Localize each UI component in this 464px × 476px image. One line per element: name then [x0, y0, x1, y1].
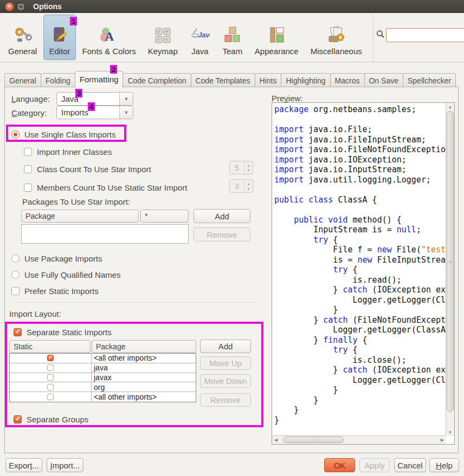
- radio-use-package-imports[interactable]: Use Package Imports: [11, 252, 102, 264]
- papers-gear-icon: [326, 25, 346, 45]
- checkbox-separate-static-imports[interactable]: Separate Static Imports: [14, 326, 112, 338]
- spinner-arrows-icon[interactable]: ▲▼: [244, 180, 253, 192]
- checkbox-icon[interactable]: [14, 328, 22, 336]
- package-column-header[interactable]: Package: [21, 210, 139, 223]
- tab-macros[interactable]: Macros: [330, 73, 365, 87]
- tab-on-save[interactable]: On Save: [364, 73, 403, 87]
- options-dialog: ✕ Options GeneralEditorAFonts & ColorsQW…: [0, 0, 464, 476]
- help-button[interactable]: Help: [429, 458, 459, 472]
- checkbox-import-inner-classes[interactable]: Import Inner Classes: [24, 146, 112, 158]
- radio-icon[interactable]: [11, 255, 20, 263]
- radio-label: Use Single Class Imports: [24, 130, 115, 139]
- tab-highlighting[interactable]: Highlighting: [281, 73, 330, 87]
- layout-static-column-header[interactable]: Static: [9, 340, 91, 353]
- layout-remove-button[interactable]: Remove: [200, 393, 251, 407]
- import-layout-row[interactable]: javax: [10, 373, 196, 383]
- layout-move-up-button[interactable]: Move Up: [200, 356, 251, 370]
- members-count-spinner[interactable]: 3 ▲▼: [229, 179, 253, 193]
- toolbar-category-general[interactable]: General: [3, 15, 42, 60]
- checkbox-icon[interactable]: [47, 355, 54, 361]
- svg-text:S: S: [165, 38, 167, 41]
- window-close-icon[interactable]: ✕: [5, 2, 14, 11]
- checkbox-class-count-star-import[interactable]: Class Count To Use Star Import: [24, 163, 151, 175]
- cancel-button[interactable]: Cancel: [394, 458, 426, 472]
- fonts-colors-icon: A: [99, 25, 119, 45]
- star-column-header[interactable]: *: [140, 210, 189, 223]
- import-button[interactable]: Import...: [47, 458, 83, 472]
- checkbox-icon[interactable]: [47, 384, 54, 390]
- header-label: Static: [14, 342, 33, 351]
- window-restore-icon[interactable]: [16, 2, 25, 11]
- radio-icon[interactable]: [11, 271, 20, 279]
- tab-general[interactable]: General: [4, 73, 41, 87]
- toolbar-category-team[interactable]: Team: [217, 15, 248, 60]
- toolbar-category-keymap[interactable]: QWASKeymap: [143, 15, 183, 60]
- horizontal-scrollbar[interactable]: ◀ ··· ▶: [272, 435, 446, 444]
- checkbox-icon[interactable]: [11, 287, 20, 295]
- code-line: } catch (IOException ex) {: [274, 365, 446, 375]
- checkbox-members-count-static-star[interactable]: Members Count To Use Static Star Import: [24, 181, 187, 193]
- class-count-spinner[interactable]: 5 ▲▼: [229, 161, 253, 174]
- tab-code-templates[interactable]: Code Templates: [191, 73, 255, 87]
- scroll-left-icon[interactable]: ◀: [272, 436, 280, 444]
- toolbar-category-label: Team: [222, 47, 242, 56]
- tab-folding[interactable]: Folding: [41, 73, 75, 87]
- code-line: Logger.getLogger(ClassA.class.getName()): [274, 325, 446, 335]
- spinner-arrows-icon[interactable]: ▲▼: [244, 161, 253, 174]
- checkbox-icon[interactable]: [47, 364, 54, 371]
- checkbox-icon[interactable]: [24, 165, 32, 173]
- import-layout-row[interactable]: <all other imports>: [10, 354, 196, 363]
- vertical-scroll-thumb[interactable]: ≡: [447, 111, 454, 412]
- search-input[interactable]: [386, 28, 464, 42]
- checkbox-icon[interactable]: [47, 374, 54, 381]
- category-combobox[interactable]: Imports ▼: [56, 106, 133, 119]
- checkbox-icon[interactable]: [14, 415, 22, 423]
- vertical-scrollbar[interactable]: ▲ ≡ ▼: [446, 103, 454, 436]
- language-combobox[interactable]: Java ▼: [56, 92, 133, 106]
- code-line: try {: [274, 235, 446, 245]
- import-layout-row[interactable]: java: [10, 363, 196, 373]
- separator: [11, 302, 256, 303]
- radio-icon[interactable]: [11, 131, 20, 139]
- checkbox-icon[interactable]: [24, 184, 32, 192]
- import-layout-table[interactable]: <all other imports>javajavaxorg<all othe…: [9, 353, 196, 402]
- scroll-up-icon[interactable]: ▲: [446, 103, 454, 110]
- import-layout-row[interactable]: <all other imports>: [10, 392, 196, 402]
- import-layout-row[interactable]: org: [10, 382, 196, 392]
- horizontal-scroll-thumb[interactable]: ···: [283, 436, 344, 443]
- toolbar-categories: GeneralEditorAFonts & ColorsQWASKeymapJa…: [2, 13, 368, 62]
- toolbar-category-miscellaneous[interactable]: Miscellaneous: [305, 15, 368, 60]
- checkbox-icon[interactable]: [24, 148, 32, 156]
- radio-use-fully-qualified-names[interactable]: Use Fully Qualified Names: [11, 269, 121, 281]
- ok-button[interactable]: OK: [324, 458, 355, 472]
- star-add-button[interactable]: Add: [194, 209, 250, 223]
- scroll-right-icon[interactable]: ▶: [439, 436, 446, 444]
- layout-package-column-header[interactable]: Package: [92, 340, 196, 353]
- star-packages-list[interactable]: [21, 224, 189, 244]
- code-line: public void method() {: [274, 215, 446, 225]
- toolbar-category-java[interactable]: JavaJava: [184, 15, 216, 60]
- layout-add-button[interactable]: Add: [200, 340, 251, 353]
- star-remove-button[interactable]: Remove: [194, 227, 250, 242]
- code-line: public class ClassA {: [274, 195, 446, 205]
- export-button[interactable]: Export...: [5, 458, 42, 472]
- toolbar-category-appearance[interactable]: Appearance: [249, 15, 304, 60]
- tab-hints[interactable]: Hints: [255, 73, 282, 87]
- scroll-down-icon[interactable]: ▼: [446, 428, 454, 436]
- chevron-down-icon[interactable]: ▼: [119, 106, 133, 119]
- chevron-down-icon[interactable]: ▼: [119, 93, 133, 105]
- toolbar-category-fonts-colors[interactable]: AFonts & Colors: [77, 15, 141, 60]
- checkbox-icon[interactable]: [47, 394, 54, 400]
- tab-code-completion[interactable]: Code Completion: [123, 73, 191, 87]
- checkbox-separate-groups[interactable]: Separate Groups: [14, 413, 88, 425]
- toolbar-category-label: Keymap: [148, 47, 178, 56]
- annotation-marker-3: 3: [75, 89, 82, 97]
- checkbox-prefer-static-imports[interactable]: Prefer Static Imports: [11, 285, 99, 297]
- radio-use-single-class-imports[interactable]: Use Single Class Imports: [11, 128, 115, 140]
- header-label: Package: [25, 212, 55, 220]
- tab-spellchecker[interactable]: Spellchecker: [403, 73, 456, 87]
- code-line: }: [274, 415, 446, 426]
- apply-button[interactable]: Apply: [359, 458, 390, 472]
- layout-move-down-button[interactable]: Move Down: [200, 374, 251, 388]
- code-line: }: [274, 405, 446, 415]
